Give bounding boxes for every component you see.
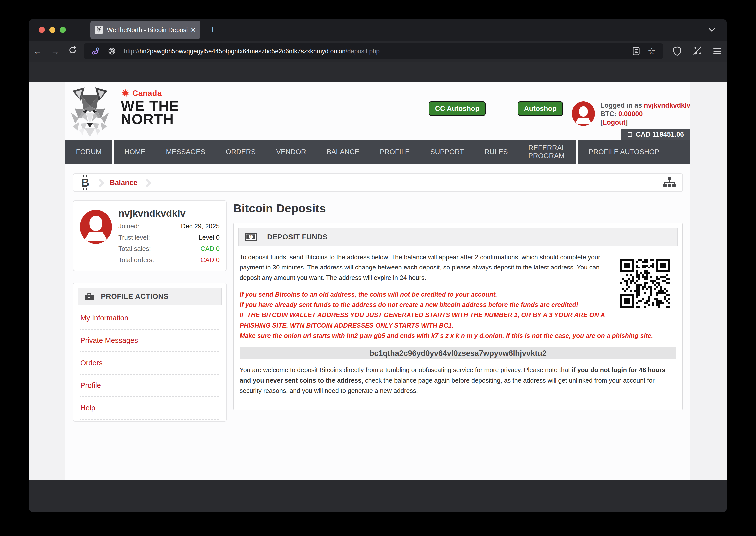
browser-viewport: Canada WE THE NORTH CC Autoshop Autoshop — [29, 62, 727, 512]
shield-icon[interactable] — [673, 46, 681, 56]
nav-item-referral[interactable]: REFERRAL PROGRAM — [518, 144, 576, 160]
browser-tab-bar: WeTheNorth - Bitcoin Deposit ✕ + — [29, 19, 727, 41]
chevron-right-icon — [143, 178, 152, 187]
new-tab-icon[interactable]: + — [210, 24, 216, 36]
breadcrumb-balance[interactable]: Balance — [110, 179, 137, 187]
username-link[interactable]: nvjkvndkvdklv — [644, 102, 691, 109]
menu-icon[interactable] — [713, 47, 722, 56]
logout-link[interactable]: Logout — [603, 118, 626, 126]
sales-label: Total sales: — [119, 245, 151, 252]
bitcoin-qr-code — [616, 256, 675, 308]
traffic-light-minimize[interactable] — [50, 27, 55, 33]
nav-item-home[interactable]: HOME — [114, 148, 156, 156]
action-orders[interactable]: Orders — [81, 352, 219, 375]
url-bar[interactable]: http://hn2pawgbh5owvqgegyl5e445otpgntx64… — [84, 44, 663, 59]
banknote-icon: 1 — [245, 233, 257, 241]
onion-site-icon — [108, 47, 116, 55]
browser-window: WeTheNorth - Bitcoin Deposit ✕ + ← → — [29, 19, 727, 512]
action-help[interactable]: Help — [81, 397, 219, 419]
joined-value: Dec 29, 2025 — [181, 222, 220, 230]
nav-item-vendor[interactable]: VENDOR — [266, 148, 316, 156]
deposit-intro: To deposit funds, send Bitcoins to the a… — [240, 252, 676, 283]
svg-text:1: 1 — [250, 235, 252, 239]
cad-balance-badge: CAD 119451.06 — [621, 129, 691, 140]
profile-username: nvjkvndkvdklv — [119, 208, 220, 219]
back-icon[interactable]: ← — [29, 47, 47, 56]
webpage: Canada WE THE NORTH CC Autoshop Autoshop — [29, 83, 727, 480]
traffic-light-zoom[interactable] — [60, 27, 66, 33]
chevron-right-icon — [96, 178, 104, 187]
nav-item-support[interactable]: SUPPORT — [420, 148, 475, 156]
tab-close-icon[interactable]: ✕ — [191, 26, 196, 34]
profile-actions-card: PROFILE ACTIONS My Information Private M… — [73, 283, 227, 421]
action-profile[interactable]: Profile — [81, 375, 219, 397]
wolf-logo-icon — [65, 87, 115, 138]
sitemap-icon[interactable] — [663, 177, 676, 188]
forward-icon[interactable]: → — [47, 47, 64, 56]
header-avatar[interactable] — [572, 101, 595, 126]
sales-value: CAD 0 — [200, 245, 220, 252]
nav-item-rules[interactable]: RULES — [474, 148, 518, 156]
deposit-warnings: If you send Bitcoins to an old address, … — [240, 289, 676, 341]
maple-leaf-icon — [121, 89, 130, 98]
logged-in-info: Logged in as nvjkvndkvdklv BTC: 0.00000 … — [600, 101, 691, 127]
traffic-light-close[interactable] — [39, 27, 45, 33]
trust-label: Trust level: — [119, 234, 150, 241]
desktop-background: WeTheNorth - Bitcoin Deposit ✕ + ← → — [0, 0, 756, 536]
page-title: Bitcoin Deposits — [233, 201, 683, 215]
site-logo[interactable]: Canada WE THE NORTH — [65, 87, 179, 140]
trust-value: Level 0 — [199, 234, 220, 241]
nav-item-messages[interactable]: MESSAGES — [156, 148, 215, 156]
site-header: Canada WE THE NORTH CC Autoshop Autoshop — [65, 87, 691, 140]
deposit-panel-header: 1 DEPOSIT FUNDS — [238, 227, 678, 246]
deposit-panel: 1 DEPOSIT FUNDS To deposit funds, send B… — [233, 222, 683, 410]
nav-item-profile[interactable]: PROFILE — [370, 148, 420, 156]
reload-icon[interactable] — [64, 45, 82, 57]
main-nav: FORUM HOME MESSAGES ORDERS VENDOR BALANC… — [65, 140, 691, 164]
bitcoin-address[interactable]: bc1qtha2c96yd0yv64vl0zsesa7wpyvw6lhjvvkt… — [240, 348, 676, 359]
briefcase-icon — [85, 292, 94, 301]
profile-avatar — [80, 210, 112, 244]
breadcrumb: B Balance — [73, 173, 683, 192]
action-private-messages[interactable]: Private Messages — [81, 330, 219, 352]
deposit-outro: You are welcome to deposit Bitcoins dire… — [240, 365, 676, 396]
currency-box-icon — [628, 132, 633, 137]
action-my-information[interactable]: My Information — [81, 307, 219, 330]
browser-toolbar: ← → http://hn2pawgbh5owvqgegyl5e445otpgn… — [29, 41, 727, 62]
cc-autoshop-button[interactable]: CC Autoshop — [429, 101, 486, 116]
nav-item-forum[interactable]: FORUM — [65, 140, 112, 164]
browser-tab[interactable]: WeTheNorth - Bitcoin Deposit ✕ — [90, 21, 200, 39]
bitcoin-icon: B — [80, 176, 90, 189]
tab-title: WeTheNorth - Bitcoin Deposit — [107, 26, 188, 34]
joined-label: Joined: — [119, 222, 139, 230]
nav-item-balance[interactable]: BALANCE — [316, 148, 370, 156]
profile-actions-header: PROFILE ACTIONS — [78, 288, 222, 305]
btc-balance: 0.00000 — [619, 110, 643, 117]
profile-summary-card: nvjkvndkvdklv Joined:Dec 29, 2025 Trust … — [73, 200, 227, 271]
nav-item-orders[interactable]: ORDERS — [215, 148, 266, 156]
tor-circuit-icon[interactable] — [91, 47, 100, 55]
site-favicon-icon — [95, 26, 103, 34]
url-text: http://hn2pawgbh5owvqgegyl5e445otpgntx64… — [124, 48, 380, 55]
bookmark-star-icon[interactable]: ☆ — [648, 46, 656, 56]
logo-country: Canada — [121, 89, 179, 98]
autoshop-button[interactable]: Autoshop — [518, 101, 563, 116]
tab-overflow-chevron-icon[interactable] — [707, 26, 716, 35]
reader-view-icon[interactable] — [632, 47, 640, 56]
orders-label: Total orders: — [119, 256, 154, 264]
clear-data-broom-icon[interactable] — [692, 46, 703, 56]
orders-value: CAD 0 — [200, 256, 220, 264]
nav-item-profile-autoshop[interactable]: PROFILE AUTOSHOP — [578, 140, 691, 164]
logo-wordmark: WE THE NORTH — [121, 99, 179, 126]
